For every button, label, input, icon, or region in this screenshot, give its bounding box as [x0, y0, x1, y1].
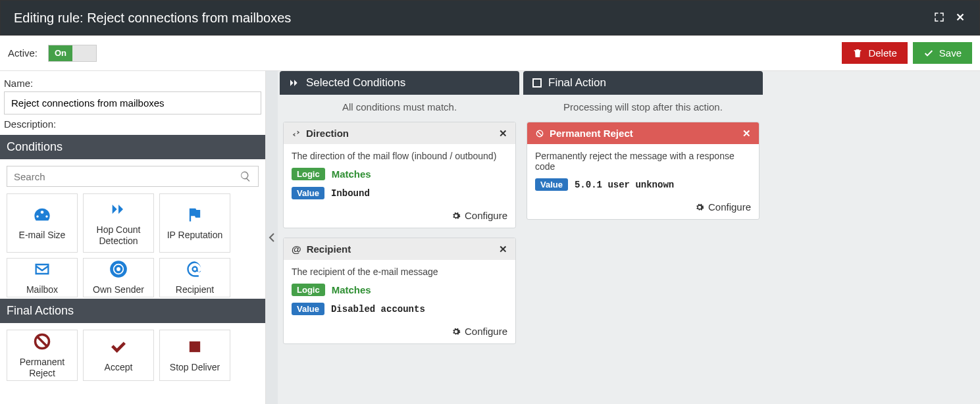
gear-icon [451, 211, 461, 220]
condition-card-recipient: @ Recipient ✕ The recipient of the e-mai… [283, 238, 516, 344]
remove-icon[interactable]: ✕ [742, 128, 751, 139]
configure-label: Configure [465, 326, 507, 337]
tile-recipient[interactable]: Recipient [159, 258, 230, 297]
tile-label: Recipient [176, 284, 214, 295]
search-input[interactable] [14, 171, 240, 182]
card-header[interactable]: Permanent Reject ✕ [527, 122, 759, 144]
tile-stop-deliver[interactable]: Stop Deliver [159, 330, 230, 381]
final-actions-header: Final Actions [0, 299, 265, 323]
tile-permanent-reject[interactable]: Permanent Reject [7, 330, 78, 381]
check-icon [109, 338, 128, 358]
selected-subtext: All conditions must match. [278, 95, 521, 119]
tile-accept[interactable]: Accept [83, 330, 154, 381]
column-title: Final Action [548, 76, 606, 89]
at-icon [186, 260, 204, 280]
fast-forward-icon [289, 78, 299, 88]
tile-ip-reputation[interactable]: IP Reputation [159, 193, 230, 253]
tile-label: E-mail Size [19, 230, 66, 240]
tile-label: Mailbox [26, 284, 58, 295]
active-label: Active: [8, 47, 38, 59]
arrows-icon [292, 129, 301, 138]
page-title: Editing rule: Reject connections from ma… [14, 11, 291, 26]
configure-button[interactable]: Configure [284, 322, 515, 343]
configure-label: Configure [708, 201, 751, 213]
tile-label: Permanent Reject [10, 357, 74, 378]
final-action-column: Final Action Processing will stop after … [521, 71, 765, 404]
save-button[interactable]: Save [913, 42, 972, 64]
stop-icon [186, 338, 204, 358]
card-title: Direction [306, 128, 349, 139]
tile-own-sender[interactable]: Own Sender [83, 258, 154, 297]
expand-icon[interactable] [933, 11, 945, 25]
lifebuoy-icon [109, 260, 128, 280]
tile-label: Stop Deliver [170, 362, 220, 372]
logic-tag: Logic [292, 284, 325, 296]
toolbar: Active: On Delete Save [0, 36, 980, 71]
logic-value: Matches [332, 284, 371, 295]
tile-label: Own Sender [93, 284, 144, 295]
final-action-header: Final Action [523, 71, 763, 95]
titlebar-controls [933, 11, 966, 25]
selected-conditions-column: Selected Conditions All conditions must … [278, 71, 521, 404]
save-label: Save [939, 47, 962, 59]
delete-button[interactable]: Delete [842, 42, 907, 64]
value-tag: Value [292, 187, 324, 199]
search-box[interactable] [7, 166, 259, 187]
remove-icon[interactable]: ✕ [499, 243, 507, 255]
search-icon [240, 170, 251, 182]
action-tiles: Permanent Reject Accept Stop Deliver [0, 323, 265, 388]
tile-email-size[interactable]: E-mail Size [7, 193, 78, 253]
tile-hop-count[interactable]: Hop Count Detection [83, 193, 154, 253]
card-header[interactable]: Direction ✕ [284, 122, 515, 144]
tile-label: Hop Count Detection [86, 224, 151, 245]
logic-tag: Logic [292, 168, 325, 180]
toggle-off-side [72, 45, 96, 61]
flag-icon [186, 205, 204, 226]
value-text: 5.0.1 user unknown [575, 180, 674, 190]
envelope-icon [33, 260, 51, 280]
check-icon [923, 48, 934, 59]
conditions-header: Conditions [0, 135, 265, 159]
gear-icon [451, 327, 461, 336]
selected-conditions-header: Selected Conditions [280, 71, 519, 95]
value-text: Disabled accounts [331, 304, 425, 315]
card-title: Permanent Reject [550, 128, 633, 139]
trash-icon [852, 48, 863, 59]
ban-icon [535, 129, 544, 138]
value-tag: Value [535, 178, 568, 191]
name-label: Name: [4, 78, 261, 89]
configure-button[interactable]: Configure [284, 206, 515, 228]
active-toggle[interactable]: On [48, 45, 97, 62]
forward-icon [109, 200, 128, 220]
card-header[interactable]: @ Recipient ✕ [284, 238, 515, 260]
svg-point-1 [115, 266, 121, 272]
final-action-card: Permanent Reject ✕ Permanently reject th… [527, 122, 760, 220]
name-input[interactable] [4, 91, 261, 114]
tile-label: Accept [105, 362, 133, 372]
card-description: The recipient of the e-mail message [292, 266, 507, 277]
checkbox-icon [532, 78, 542, 88]
delete-label: Delete [868, 47, 896, 59]
value-text: Inbound [331, 188, 370, 199]
toggle-on-label: On [49, 45, 72, 61]
at-icon: @ [292, 243, 301, 255]
titlebar: Editing rule: Reject connections from ma… [0, 0, 980, 36]
gauge-icon [33, 205, 51, 226]
content-area: Selected Conditions All conditions must … [278, 71, 980, 404]
tile-mailbox[interactable]: Mailbox [7, 258, 78, 297]
final-subtext: Processing will stop after this action. [521, 95, 765, 119]
collapse-sidebar-handle[interactable] [266, 71, 278, 404]
ban-icon [33, 332, 51, 353]
description-label: Description: [4, 118, 261, 130]
card-title: Recipient [307, 243, 351, 255]
condition-tiles: E-mail Size Hop Count Detection IP Reput… [0, 193, 265, 304]
sidebar: Name: Description: Conditions E-mail Siz… [0, 71, 266, 404]
close-icon[interactable] [954, 11, 966, 25]
logic-value: Matches [332, 168, 371, 180]
main: Name: Description: Conditions E-mail Siz… [0, 71, 980, 404]
condition-card-direction: Direction ✕ The direction of the mail fl… [283, 122, 516, 228]
remove-icon[interactable]: ✕ [499, 128, 507, 139]
configure-button[interactable]: Configure [527, 197, 759, 219]
column-title: Selected Conditions [306, 76, 405, 89]
tile-label: IP Reputation [167, 230, 223, 240]
